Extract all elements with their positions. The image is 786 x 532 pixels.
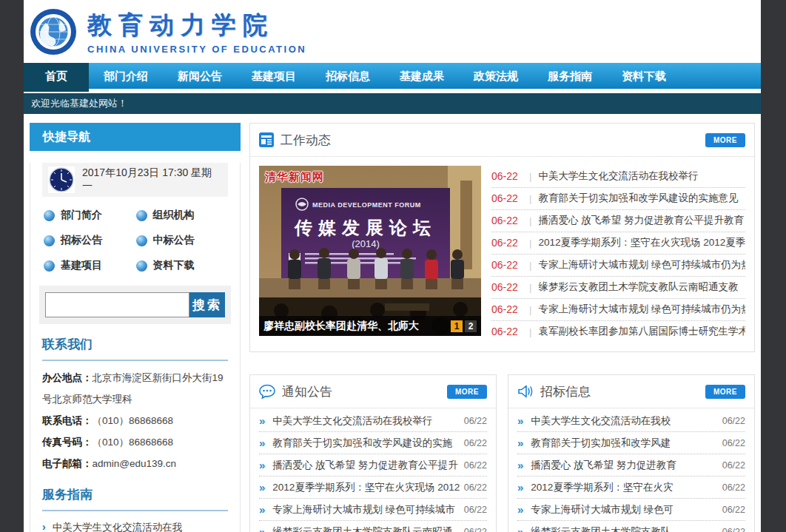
- bid-title: 缘梦彩云支教团土木学院支教队: [531, 525, 717, 532]
- separator: |: [529, 193, 531, 204]
- notice-date: 06/22: [464, 527, 487, 532]
- bid-item[interactable]: » 中美大学生文化交流活动在我校 06/22: [517, 410, 745, 432]
- bid-item[interactable]: » 专家上海研讨大城市规划 绿色可 06/22: [517, 499, 745, 521]
- news-title: 缘梦彩云支教团土木学院支教队云南昭通支教: [538, 280, 745, 294]
- bid-item[interactable]: » 缘梦彩云支教团土木学院支教队 06/22: [517, 521, 745, 532]
- notices-more-button[interactable]: MORE: [447, 385, 487, 399]
- separator: |: [529, 304, 531, 315]
- service-item-title: 中美大学生文化交流活动在我: [53, 516, 183, 532]
- notice-item[interactable]: » 播洒爱心 放飞希望 努力促进教育公平提升 06/22: [259, 454, 487, 477]
- work-news-more-button[interactable]: MORE: [705, 133, 745, 147]
- bid-item[interactable]: » 播洒爱心 放飞希望 努力促进教育 06/22: [517, 454, 745, 477]
- quick-link-projects[interactable]: 基建项目: [44, 259, 136, 272]
- contact-email-label: 电子邮箱：: [42, 458, 93, 469]
- news-date: 06-22: [491, 281, 523, 293]
- news-list-item[interactable]: 06-22|专家上海研讨大城市规划 绿色可持续城市仍为热: [491, 255, 745, 277]
- news-title: 中美大学生文化交流活动在我校举行: [538, 169, 745, 183]
- notice-date: 06/22: [464, 438, 487, 448]
- news-date: 06-22: [491, 170, 523, 182]
- search-input[interactable]: [45, 292, 189, 317]
- separator: |: [529, 238, 531, 249]
- notice-item[interactable]: » 2012夏季学期系列：坚守在火灾现场 2012 06/22: [259, 477, 487, 499]
- quick-link-winning-bids[interactable]: 中标公告: [136, 234, 229, 247]
- globe-icon: [136, 235, 147, 246]
- quick-link-organization[interactable]: 组织机构: [136, 209, 229, 222]
- bid-date: 06/22: [722, 505, 745, 515]
- double-chevron-icon: »: [517, 481, 523, 494]
- brand-block: 教育动力学院 CHINA UNIVERSITY OF EDUCATION: [87, 9, 306, 55]
- nav-item-department[interactable]: 部门介绍: [89, 63, 163, 89]
- quick-links: 部门简介 组织机构 招标公告 中标公告: [42, 197, 228, 277]
- site-subtitle: CHINA UNIVERSITY OF EDUCATION: [87, 44, 306, 55]
- double-chevron-icon: »: [259, 481, 265, 494]
- news-list-item[interactable]: 06-22|2012夏季学期系列：坚守在火灾现场 2012夏季学: [491, 232, 745, 255]
- news-title: 播洒爱心 放飞希望 努力促进教育公平提升教育: [538, 214, 745, 227]
- news-list-item[interactable]: 06-22|专家上海研讨大城市规划 绿色可持续城市仍为热: [491, 299, 745, 321]
- bid-date: 06/22: [722, 482, 745, 493]
- notice-item[interactable]: » 专家上海研讨大城市规划 绿色可持续城市 06/22: [259, 499, 487, 521]
- double-chevron-icon: »: [517, 503, 523, 516]
- quick-link-bid-announcements[interactable]: 招标公告: [44, 234, 136, 247]
- content-area: 快捷导航 2017年10月: [24, 114, 761, 532]
- separator: |: [529, 326, 531, 337]
- contact-heading: 联系我们: [42, 336, 228, 361]
- slide-page-1[interactable]: 1: [451, 320, 463, 332]
- sidebar-body: 2017年10月23日 17:30 星期一 部门简介 组织机构 招标公告: [30, 163, 241, 532]
- welcome-bar: 欢迎光临基建处网站！: [24, 93, 761, 114]
- university-logo-icon: [30, 8, 77, 55]
- bids-more-button[interactable]: MORE: [705, 385, 745, 399]
- svg-text:MEDIA DEVELOPMENT FORUM: MEDIA DEVELOPMENT FORUM: [312, 201, 421, 209]
- service-guide-item[interactable]: › 中美大学生文化交流活动在我: [42, 516, 228, 532]
- news-slideshow[interactable]: MEDIA DEVELOPMENT FORUM 传媒发展论坛 (2014): [259, 166, 481, 336]
- bids-title: 招标信息: [540, 383, 591, 400]
- double-chevron-icon: »: [517, 459, 523, 471]
- news-date: 06-22: [491, 215, 523, 226]
- separator: |: [529, 282, 531, 293]
- notice-item[interactable]: » 中美大学生文化交流活动在我校举行 06/22: [259, 410, 487, 432]
- news-title: 2012夏季学期系列：坚守在火灾现场 2012夏季学: [538, 236, 745, 249]
- bid-title: 播洒爱心 放飞希望 努力促进教育: [531, 459, 717, 472]
- double-chevron-icon: »: [259, 459, 265, 471]
- nav-item-home[interactable]: 首页: [24, 63, 89, 92]
- notices-title: 通知公告: [282, 383, 332, 400]
- notice-date: 06/22: [464, 505, 487, 515]
- quick-link-dept-intro[interactable]: 部门简介: [44, 209, 136, 222]
- slideshow-photo: MEDIA DEVELOPMENT FORUM 传媒发展论坛 (2014): [259, 166, 481, 336]
- bids-list: » 中美大学生文化交流活动在我校 06/22 » 教育部关于切实加强和改学风建 …: [508, 408, 754, 532]
- news-list-item[interactable]: 06-22|袁军副校长率团参加第八届国际博士研究生学术: [491, 321, 745, 343]
- news-list-item[interactable]: 06-22|缘梦彩云支教团土木学院支教队云南昭通支教: [491, 277, 745, 299]
- contact-info: 办公地点：北京市海淀区新街口外大街19号北京师范大学理科 联系电话：（010）8…: [42, 361, 228, 474]
- separator: |: [529, 171, 531, 182]
- news-title: 专家上海研讨大城市规划 绿色可持续城市仍为热: [538, 258, 745, 272]
- quick-link-label: 基建项目: [61, 259, 102, 272]
- notice-title: 专家上海研讨大城市规划 绿色可持续城市: [272, 503, 459, 516]
- globe-icon: [136, 260, 147, 272]
- news-list-item[interactable]: 06-22|中美大学生文化交流活动在我校举行: [491, 166, 745, 188]
- slide-page-2[interactable]: 2: [465, 320, 477, 332]
- nav-item-news[interactable]: 新闻公告: [163, 63, 237, 89]
- nav-item-service-guide[interactable]: 服务指南: [533, 63, 607, 89]
- bottom-panels: 通知公告 MORE » 中美大学生文化交流活动在我校举行 06/22 » 教育部…: [249, 374, 755, 532]
- notice-item[interactable]: » 缘梦彩云支教团土木学院支教队云南昭通 06/22: [259, 521, 487, 532]
- nav-item-bidding[interactable]: 招标信息: [311, 63, 385, 89]
- quick-link-downloads[interactable]: 资料下载: [136, 259, 229, 272]
- news-list-item[interactable]: 06-22|教育部关于切实加强和改学风建设的实施意见: [491, 188, 745, 210]
- bid-item[interactable]: » 2012夏季学期系列：坚守在火灾 06/22: [517, 477, 745, 499]
- speech-bubble-icon: [259, 384, 275, 399]
- nav-item-projects[interactable]: 基建项目: [237, 63, 311, 89]
- nav-item-policies[interactable]: 政策法规: [459, 63, 533, 89]
- double-chevron-icon: »: [259, 525, 265, 532]
- main-nav: 首页 部门介绍 新闻公告 基建项目 招标信息 基建成果 政策法规 服务指南 资料…: [24, 63, 761, 89]
- nav-item-downloads[interactable]: 资料下载: [607, 63, 681, 89]
- news-title: 专家上海研讨大城市规划 绿色可持续城市仍为热: [538, 303, 745, 316]
- main-column: 工作动态 MORE: [249, 123, 755, 532]
- bid-item[interactable]: » 教育部关于切实加强和改学风建 06/22: [517, 432, 745, 454]
- notice-item[interactable]: » 教育部关于切实加强和改学风建设的实施 06/22: [259, 432, 487, 454]
- quick-link-label: 中标公告: [153, 234, 195, 247]
- news-list-item[interactable]: 06-22|播洒爱心 放飞希望 努力促进教育公平提升教育: [491, 210, 745, 232]
- service-guide-heading: 服务指南: [42, 486, 228, 511]
- notice-date: 06/22: [464, 482, 487, 493]
- double-chevron-icon: »: [259, 503, 265, 516]
- search-button[interactable]: 搜索: [189, 292, 225, 317]
- nav-item-achievements[interactable]: 基建成果: [385, 63, 459, 89]
